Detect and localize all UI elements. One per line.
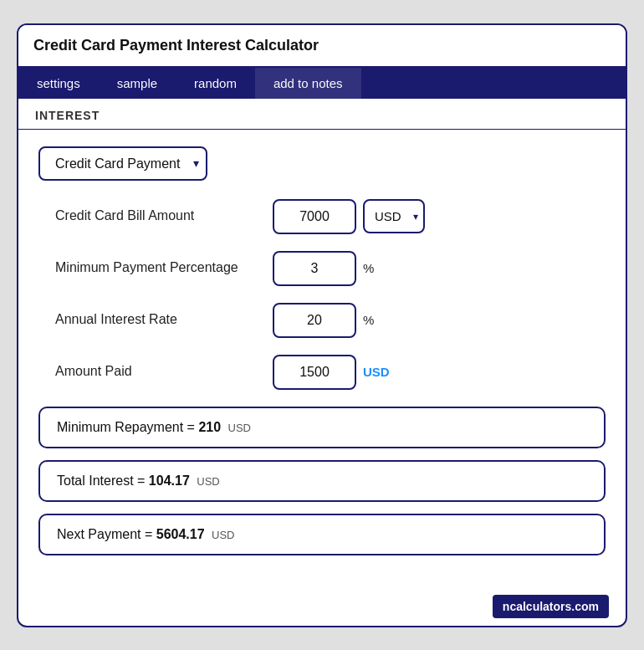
tab-add-to-notes[interactable]: add to notes [255,68,361,99]
label-interest-rate: Annual Interest Rate [38,310,273,329]
currency-wrapper[interactable]: USD EUR GBP JPY [363,199,425,233]
field-row-interest-rate: Annual Interest Rate % [38,303,606,338]
input-min-payment[interactable] [273,251,356,286]
field-row-amount-paid: Amount Paid USD [38,355,606,390]
field-row-min-payment: Minimum Payment Percentage % [38,251,606,286]
calculator-type-selector[interactable]: Credit Card Payment Simple Interest Comp… [38,146,207,181]
result-unit-total-interest: USD [197,475,219,488]
label-bill-amount: Credit Card Bill Amount [38,207,273,225]
result-label-total-interest: Total Interest [57,473,134,488]
result-value-min-repayment: 210 [198,420,221,434]
tab-random[interactable]: random [176,68,255,99]
input-group-min-payment: % [273,251,374,286]
unit-percent-min: % [363,261,374,275]
result-row-min-repayment: Minimum Repayment = 210 USD [38,407,606,448]
tab-sample[interactable]: sample [99,68,176,99]
tab-bar: settings sample random add to notes [18,68,626,99]
input-group-bill-amount: USD EUR GBP JPY [273,199,425,234]
input-amount-paid[interactable] [273,355,356,390]
brand-label: ncalculators.com [493,595,609,618]
result-unit-next-payment: USD [212,529,234,541]
title-bar: Credit Card Payment Interest Calculator [18,25,626,68]
input-interest-rate[interactable] [273,303,356,338]
label-min-payment: Minimum Payment Percentage [38,258,273,277]
calculator-wrapper: Credit Card Payment Interest Calculator … [0,0,644,650]
calculator-type-dropdown[interactable]: Credit Card Payment Simple Interest Comp… [38,146,207,181]
unit-usd-blue: USD [363,365,390,379]
input-group-amount-paid: USD [273,355,390,390]
currency-select[interactable]: USD EUR GBP JPY [363,199,425,233]
result-value-next-payment: 5604.17 [156,527,205,541]
input-group-interest-rate: % [273,303,374,338]
result-label-next-payment: Next Payment [57,527,141,541]
unit-percent-interest: % [363,313,374,327]
section-label: INTEREST [18,99,626,130]
result-row-next-payment: Next Payment = 5604.17 USD [38,514,606,555]
result-equals-0: = [187,420,199,434]
tab-settings[interactable]: settings [18,68,99,99]
label-amount-paid: Amount Paid [38,362,273,381]
result-equals-1: = [137,473,149,488]
footer-brand: ncalculators.com [18,591,626,626]
page-title: Credit Card Payment Interest Calculator [33,37,319,54]
result-label-min-repayment: Minimum Repayment [57,420,183,434]
content-area: Credit Card Payment Simple Interest Comp… [18,130,626,591]
calculator-card: Credit Card Payment Interest Calculator … [17,23,627,627]
result-unit-min-repayment: USD [228,422,251,434]
input-bill-amount[interactable] [273,199,356,234]
field-row-bill-amount: Credit Card Bill Amount USD EUR GBP JPY [38,199,606,234]
result-equals-2: = [145,527,156,541]
result-row-total-interest: Total Interest = 104.17 USD [38,460,606,502]
result-value-total-interest: 104.17 [149,473,190,488]
